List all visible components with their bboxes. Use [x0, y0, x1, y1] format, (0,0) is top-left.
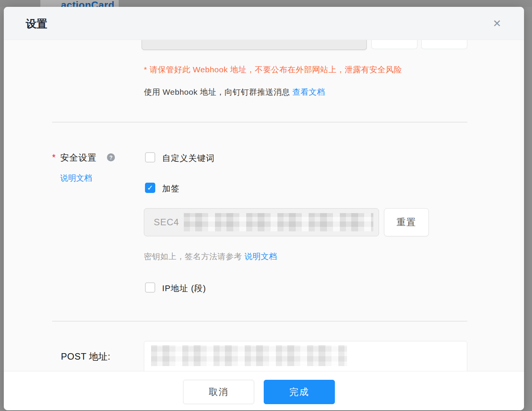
confirm-button-label: 完成 [290, 386, 309, 398]
signature-secret-input[interactable]: SEC4 [144, 208, 379, 236]
redacted-secret-value [184, 213, 373, 231]
redacted-post-address [151, 345, 347, 366]
required-asterisk: * [52, 153, 56, 163]
dialog-title: 设置 [26, 17, 47, 31]
cancel-button-label: 取消 [209, 386, 229, 398]
dialog-footer: 取消 完成 [4, 371, 524, 410]
help-question-icon[interactable]: ? [107, 153, 115, 161]
dialog-header: 设置 ✕ [4, 7, 524, 40]
webhook-action-button-1[interactable] [371, 40, 417, 49]
key-note-text: 密钥如上，签名方法请参考 [144, 252, 242, 261]
background-list-item: actionCard [40, 0, 119, 7]
close-icon: ✕ [493, 19, 502, 29]
post-address-input[interactable] [144, 341, 467, 371]
background-item-label: actionCard [61, 0, 115, 7]
cancel-button[interactable]: 取消 [183, 380, 254, 404]
signature-label: 加签 [162, 183, 180, 194]
webhook-url-input[interactable] [142, 40, 367, 50]
confirm-button[interactable]: 完成 [264, 380, 335, 404]
signature-docs-link[interactable]: 说明文档 [244, 252, 277, 261]
checkbox-ip-address[interactable]: ✓ [145, 282, 155, 293]
checkbox-custom-keywords[interactable]: ✓ [145, 152, 155, 162]
secret-prefix-text: SEC4 [154, 217, 179, 228]
close-button[interactable]: ✕ [488, 14, 506, 33]
security-docs-link[interactable]: 说明文档 [60, 173, 92, 183]
background-page-strip: actionCard [0, 0, 532, 7]
security-settings-label: 安全设置 [60, 152, 97, 164]
check-icon: ✓ [146, 183, 155, 193]
view-docs-link[interactable]: 查看文档 [292, 88, 325, 96]
webhook-usage-text: 使用 Webhook 地址，向钉钉群推送消息 查看文档 [144, 87, 325, 97]
ip-address-label: IP地址 (段) [162, 283, 206, 294]
custom-keywords-label: 自定义关键词 [162, 153, 215, 164]
checkbox-signature[interactable]: ✓ [145, 183, 155, 193]
webhook-warning-text: * 请保管好此 Webhook 地址，不要公布在外部网站上，泄露有安全风险 [144, 64, 402, 75]
section-divider-top [52, 122, 467, 123]
usage-text: 使用 Webhook 地址，向钉钉群推送消息 [144, 88, 290, 96]
settings-dialog: 设置 ✕ * 请保管好此 Webhook 地址，不要公布在外部网站上，泄露有安全… [4, 7, 524, 410]
reset-button-label: 重置 [397, 216, 416, 228]
secret-key-note: 密钥如上，签名方法请参考 说明文档 [144, 251, 277, 262]
section-divider-bottom [52, 321, 467, 322]
webhook-action-button-2[interactable] [421, 40, 467, 49]
post-address-label: POST 地址: [61, 350, 110, 363]
reset-button[interactable]: 重置 [384, 208, 429, 236]
